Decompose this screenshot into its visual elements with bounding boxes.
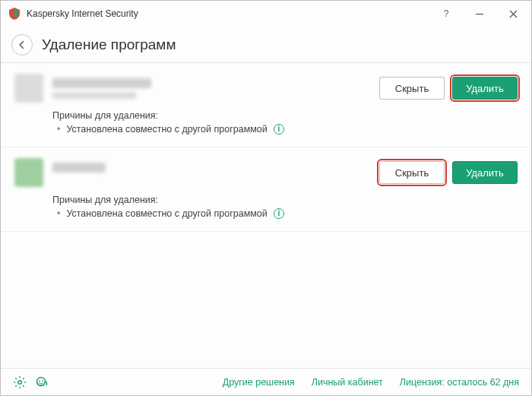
minimize-button[interactable] bbox=[463, 2, 496, 25]
svg-point-13 bbox=[42, 380, 43, 382]
footer-license-link[interactable]: Лицензия: осталось 62 дня bbox=[400, 377, 519, 388]
svg-line-9 bbox=[15, 385, 17, 387]
info-icon[interactable]: i bbox=[274, 124, 284, 135]
app-name-blurred bbox=[52, 78, 151, 88]
reasons-label: Причины для удаления: bbox=[52, 195, 518, 205]
remove-button[interactable]: Удалить bbox=[452, 161, 518, 184]
hide-button[interactable]: Скрыть bbox=[379, 161, 445, 184]
footer-my-account-link[interactable]: Личный кабинет bbox=[312, 377, 383, 388]
reasons-label: Причины для удаления: bbox=[52, 110, 518, 121]
app-name-blurred bbox=[52, 163, 106, 173]
app-text-block bbox=[52, 163, 379, 183]
support-icon[interactable] bbox=[34, 375, 48, 389]
program-list: Скрыть Удалить Причины для удаления: Уст… bbox=[1, 63, 531, 368]
footer: Другие решения Личный кабинет Лицензия: … bbox=[1, 368, 531, 395]
svg-line-10 bbox=[23, 378, 24, 379]
program-item: Скрыть Удалить Причины для удаления: Уст… bbox=[1, 63, 531, 147]
svg-point-2 bbox=[18, 380, 22, 384]
reason-item: Установлена совместно с другой программо… bbox=[52, 124, 518, 135]
close-icon bbox=[509, 10, 518, 18]
help-button[interactable]: ? bbox=[429, 2, 463, 25]
help-icon: ? bbox=[442, 9, 451, 18]
app-text-block bbox=[52, 78, 379, 99]
app-icon bbox=[14, 74, 43, 103]
hide-button[interactable]: Скрыть bbox=[379, 77, 445, 100]
remove-button[interactable]: Удалить bbox=[452, 77, 518, 100]
reason-text: Установлена совместно с другой программо… bbox=[66, 208, 267, 219]
svg-text:?: ? bbox=[444, 9, 449, 18]
app-icon bbox=[14, 158, 43, 187]
footer-other-solutions-link[interactable]: Другие решения bbox=[223, 377, 295, 388]
reason-text: Установлена совместно с другой программо… bbox=[66, 124, 267, 135]
reasons-block: Причины для удаления: Установлена совмес… bbox=[14, 187, 518, 219]
page-header: Удаление программ bbox=[1, 27, 531, 63]
svg-line-8 bbox=[23, 385, 24, 387]
close-button[interactable] bbox=[496, 2, 530, 25]
reasons-block: Причины для удаления: Установлена совмес… bbox=[14, 103, 518, 135]
minimize-icon bbox=[475, 9, 484, 18]
app-logo-icon bbox=[8, 8, 21, 20]
reason-item: Установлена совместно с другой программо… bbox=[52, 208, 518, 219]
page-title: Удаление программ bbox=[42, 36, 176, 53]
arrow-left-icon bbox=[17, 40, 27, 49]
svg-line-7 bbox=[15, 378, 17, 379]
window-title: Kaspersky Internet Security bbox=[27, 8, 138, 19]
back-button[interactable] bbox=[11, 34, 33, 55]
svg-point-12 bbox=[39, 380, 40, 382]
info-icon[interactable]: i bbox=[274, 208, 284, 219]
settings-icon[interactable] bbox=[13, 375, 27, 389]
titlebar: Kaspersky Internet Security ? bbox=[1, 1, 531, 27]
app-vendor-blurred bbox=[52, 92, 136, 99]
app-window: Kaspersky Internet Security ? Удаление п… bbox=[0, 0, 532, 396]
svg-rect-1 bbox=[476, 14, 483, 14]
program-item: Скрыть Удалить Причины для удаления: Уст… bbox=[1, 147, 531, 232]
